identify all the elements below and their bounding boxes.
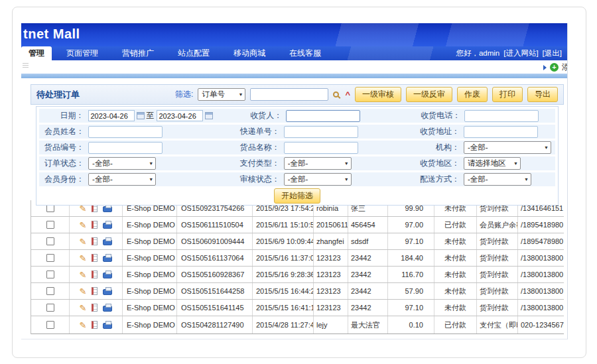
- search-icon[interactable]: [333, 91, 339, 97]
- detail-icon[interactable]: [92, 271, 98, 278]
- address-input[interactable]: [464, 126, 538, 138]
- row-checkbox[interactable]: [46, 221, 54, 229]
- phone-cell: /1380013800: [518, 300, 564, 316]
- print-icon[interactable]: [103, 273, 112, 278]
- page-title: 待处理订单: [36, 89, 80, 101]
- org-select[interactable]: -全部- ▼: [464, 141, 551, 154]
- unaudit-button[interactable]: 一级反审: [406, 87, 452, 102]
- pay-status-cell: 未付款: [434, 233, 477, 249]
- audit-status-select[interactable]: -全部- ▼: [284, 173, 352, 186]
- table-row: ✎ E-Shop DEMO OS1506091009444 2015/6/9 1…: [31, 233, 564, 250]
- product-code-input[interactable]: [88, 142, 163, 154]
- datetime-cell: 2015/5/15 16:44:25: [253, 283, 314, 299]
- order-status-select[interactable]: -全部- ▼: [88, 157, 156, 170]
- tab-online-service[interactable]: 在线客服: [280, 46, 330, 60]
- datetime-cell: 2015/5/16 11:37:06: [253, 250, 314, 266]
- edit-icon[interactable]: ✎: [80, 304, 87, 312]
- username-cell: 123123: [314, 267, 348, 282]
- edit-icon[interactable]: ✎: [80, 237, 87, 246]
- print-button[interactable]: 打印: [492, 87, 523, 102]
- product-name-label: 货品名称：: [210, 142, 280, 153]
- pay-type-select[interactable]: -全部- ▼: [284, 157, 352, 170]
- separator-strip: [21, 74, 567, 78]
- logout-link[interactable]: [退出]: [543, 48, 562, 58]
- print-icon[interactable]: [103, 256, 112, 262]
- order-no-cell: OS1506111510504: [177, 217, 253, 233]
- detail-icon[interactable]: [92, 287, 98, 295]
- chevron-down-icon: ▼: [344, 177, 349, 182]
- consignee-cell: 23442: [348, 300, 388, 316]
- edit-icon[interactable]: ✎: [80, 321, 87, 330]
- void-button[interactable]: 作废: [457, 87, 488, 102]
- row-checkbox[interactable]: [46, 271, 54, 278]
- filter-field-select[interactable]: 订单号 ▼: [198, 88, 245, 101]
- store-cell: E-Shop DEMO: [123, 316, 177, 334]
- calendar-icon[interactable]: [205, 112, 213, 119]
- row-checkbox[interactable]: [46, 237, 54, 245]
- edit-icon[interactable]: ✎: [80, 254, 87, 263]
- edit-icon[interactable]: ✎: [80, 271, 87, 279]
- date-from-input[interactable]: 2023-04-26: [88, 110, 135, 121]
- tab-page-management[interactable]: 页面管理: [57, 46, 107, 60]
- collapse-filter-icon[interactable]: ^: [345, 91, 350, 98]
- pay-status-cell: 已付款: [434, 217, 477, 233]
- pay-method-cell: 货到付款: [477, 250, 518, 266]
- consignee-cell: 23442: [348, 250, 388, 266]
- edit-icon[interactable]: ✎: [80, 221, 87, 229]
- start-filter-button[interactable]: 开始筛选: [274, 188, 320, 204]
- sub-toolbar: 添加: [21, 60, 567, 74]
- add-button[interactable]: 添加: [543, 62, 568, 73]
- datetime-cell: 2015/6/11 15:10:50: [253, 217, 314, 233]
- org-label: 机构：: [389, 142, 460, 153]
- audit-button[interactable]: 一级审核: [355, 87, 401, 102]
- region-select[interactable]: 请选择地区 ▼: [464, 157, 521, 170]
- row-checkbox[interactable]: [46, 321, 54, 329]
- amount-cell: 57.90: [388, 283, 434, 299]
- delivery-select[interactable]: -全部- ▼: [464, 173, 531, 186]
- pay-status-cell: 未付款: [434, 283, 477, 299]
- delivery-label: 配送方式：: [389, 174, 460, 185]
- address-label: 收货地址：: [389, 126, 460, 137]
- detail-icon[interactable]: [92, 221, 98, 229]
- store-cell: E-Shop DEMO: [123, 300, 177, 316]
- filter-panel: 日期： 2023-04-26 至 2023-04-26 收货人： 收货电话：: [36, 106, 559, 206]
- product-name-input[interactable]: [284, 142, 358, 154]
- member-name-input[interactable]: [88, 126, 163, 138]
- row-checkbox[interactable]: [46, 287, 54, 295]
- pay-status-cell: 已付款: [434, 316, 477, 334]
- row-checkbox[interactable]: [46, 304, 54, 312]
- edit-icon[interactable]: ✎: [80, 287, 87, 296]
- print-icon[interactable]: [103, 306, 112, 312]
- print-icon[interactable]: [103, 289, 112, 295]
- detail-icon[interactable]: [92, 237, 98, 245]
- detail-icon[interactable]: [92, 254, 98, 262]
- pay-method-cell: 会员账户余额: [477, 217, 518, 233]
- tab-marketing[interactable]: 营销推广: [113, 46, 163, 60]
- tab-mobile-mall[interactable]: 移动商城: [224, 46, 275, 60]
- export-button[interactable]: 导出: [527, 87, 558, 102]
- phone-input[interactable]: [464, 110, 539, 122]
- tracking-input[interactable]: [284, 126, 358, 138]
- print-icon[interactable]: [103, 223, 112, 229]
- consignee-input[interactable]: [286, 110, 360, 122]
- date-to-input[interactable]: 2023-04-26: [157, 110, 203, 121]
- datetime-cell: 2015/5/15 16:41:14: [253, 300, 314, 316]
- search-input[interactable]: [250, 88, 328, 101]
- row-checkbox[interactable]: [46, 254, 54, 262]
- tab-site-config[interactable]: 站点配置: [168, 46, 219, 60]
- calendar-icon[interactable]: [137, 112, 145, 119]
- username-cell: zhangfei: [314, 233, 348, 249]
- member-type-label: 会员身份：: [39, 174, 84, 185]
- filter-row-2: 会员姓名： 快递单号： 收货地址：: [39, 125, 555, 139]
- amount-cell: 116.70: [388, 267, 434, 282]
- tab-order-management[interactable]: 管理: [21, 46, 52, 60]
- enter-site-link[interactable]: [进入网站]: [503, 48, 538, 58]
- detail-icon[interactable]: [92, 304, 98, 312]
- orders-table: ✎ E-Shop DEMO OS1509231754266 2015/9/23 …: [31, 200, 564, 334]
- detail-icon[interactable]: [92, 321, 98, 329]
- print-icon[interactable]: [103, 206, 112, 212]
- member-type-select[interactable]: -全部- ▼: [88, 173, 156, 186]
- print-icon[interactable]: [103, 323, 112, 329]
- order-no-cell: OS1506091009444: [177, 233, 253, 249]
- print-icon[interactable]: [103, 239, 112, 245]
